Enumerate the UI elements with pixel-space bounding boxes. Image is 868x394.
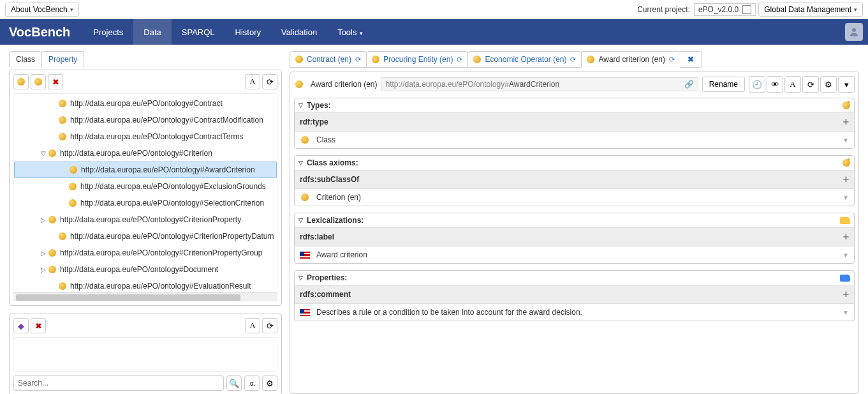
chevron-down-icon[interactable]: ▼ [842,194,849,201]
nav-validation[interactable]: Validation [271,19,327,45]
add-lex-icon[interactable] [840,217,850,224]
add-class-button[interactable] [13,74,29,89]
view-button[interactable]: 👁 [767,76,783,93]
search-button[interactable]: 🔍 [226,375,242,391]
class-icon [59,100,66,107]
add-axiom-icon[interactable] [842,159,850,167]
chevron-down-icon[interactable]: ▼ [842,252,849,259]
expand-icon[interactable]: ▷ [40,216,47,224]
tree-row[interactable]: http://data.europa.eu/ePO/ontology#Selec… [14,195,277,211]
tree-label: http://data.europa.eu/ePO/ontology#Contr… [70,132,244,141]
refresh-icon[interactable]: ⟳ [457,56,462,64]
collapse-icon[interactable]: ▽ [298,275,303,281]
search-input[interactable] [13,375,224,391]
collapse-icon[interactable]: ▽ [298,102,303,109]
delete-instance-button[interactable]: ✖ [31,318,46,333]
value-class[interactable]: Class▼ [295,132,854,148]
rename-button[interactable]: Rename [702,77,745,92]
expand-icon[interactable]: ▽ [40,150,47,157]
rtab-economic-operator[interactable]: Economic Operator (en)⟳ [467,51,582,68]
add-value-button[interactable]: + [843,174,849,185]
flag-en-icon [300,309,310,316]
class-icon [70,166,77,174]
current-project-box[interactable]: ePO_v2.0.0 [694,3,756,16]
refresh-button-3[interactable]: ⟳ [802,76,819,93]
tree-row[interactable]: http://data.europa.eu/ePO/ontology#Award… [14,162,277,178]
add-value-button[interactable]: + [843,116,849,128]
tree-row[interactable]: http://data.europa.eu/ePO/ontology#Crite… [14,228,277,245]
nav-data[interactable]: Data [133,19,171,45]
close-tab-button[interactable]: ✖ [680,51,702,68]
history-button[interactable]: 🕘 [749,76,765,93]
tree-row[interactable]: ▽http://data.europa.eu/ePO/ontology#Crit… [14,145,277,162]
expand-icon[interactable]: ▷ [40,266,47,273]
tree-row[interactable]: ▷http://data.europa.eu/ePO/ontology#Docu… [14,261,277,278]
tree-row[interactable]: ▷http://data.europa.eu/ePO/ontology#Crit… [14,245,277,261]
nav-tools[interactable]: Tools [327,19,372,45]
tree-label: http://data.europa.eu/ePO/ontology#Crite… [60,149,212,158]
tree-toolbar: ✖ A ⟳ [13,74,277,89]
rtab-procuring-entity[interactable]: Procuring Entity (en)⟳ [366,51,468,68]
tree-label: http://data.europa.eu/ePO/ontology#Crite… [60,248,263,257]
font-button-3[interactable]: A [784,76,801,93]
resource-tabs: Contract (en)⟳ Procuring Entity (en)⟳ Ec… [290,51,859,68]
tree-row[interactable]: ▷http://data.europa.eu/ePO/ontology#Crit… [14,211,277,228]
value-comment[interactable]: Describes a rule or a condition to be ta… [295,304,854,321]
refresh-icon[interactable]: ⟳ [355,56,361,64]
search-alpha-button[interactable]: .α. [244,375,260,391]
chevron-down-icon[interactable]: ▼ [842,137,849,144]
refresh-button-2[interactable]: ⟳ [262,318,277,333]
class-icon [69,183,77,190]
tree-row[interactable]: http://data.europa.eu/ePO/ontology#Evalu… [14,278,277,292]
refresh-button[interactable]: ⟳ [262,74,277,89]
tree-label: http://data.europa.eu/ePO/ontology#Contr… [70,116,263,125]
link-icon[interactable]: 🔗 [684,80,694,89]
add-instance-button[interactable]: ◆ [13,318,29,333]
search-settings-button[interactable]: ⚙ [262,375,277,391]
collapse-icon[interactable]: ▽ [298,160,303,166]
tree-horizontal-scrollbar[interactable] [13,292,277,301]
current-project-value: ePO_v2.0.0 [698,5,739,14]
refresh-icon[interactable]: ⟳ [669,56,675,64]
expand-icon[interactable]: ▷ [40,250,47,257]
tree-label: http://data.europa.eu/ePO/ontology#Selec… [80,199,264,208]
tree-scroll[interactable]: http://data.europa.eu/ePO/ontology#Contr… [13,93,277,292]
chevron-down-icon[interactable]: ▼ [842,309,849,316]
rtab-contract[interactable]: Contract (en)⟳ [290,51,367,68]
svg-point-0 [852,28,856,32]
about-dropdown[interactable]: About VocBench [5,3,79,17]
add-prop-icon[interactable] [840,275,850,282]
add-subclass-button[interactable] [31,74,46,89]
class-icon [48,216,56,224]
font-button[interactable]: A [245,74,260,89]
tab-class[interactable]: Class [9,51,42,67]
prop-subclassof: rdfs:subClassOf+ [295,170,854,189]
tree-row[interactable]: http://data.europa.eu/ePO/ontology#Contr… [14,112,277,128]
tree-row[interactable]: http://data.europa.eu/ePO/ontology#Exclu… [14,178,277,195]
tree-row[interactable]: http://data.europa.eu/ePO/ontology#Contr… [14,128,277,145]
collapse-icon[interactable]: ▽ [298,217,303,224]
tree-label: http://data.europa.eu/ePO/ontology#Crite… [70,232,274,241]
refresh-icon[interactable]: ⟳ [570,56,576,64]
nav-sparql[interactable]: SPARQL [172,19,225,45]
user-icon[interactable] [845,23,863,41]
settings-button[interactable]: ⚙ [820,76,837,93]
add-value-button[interactable]: + [843,231,849,243]
nav-history[interactable]: History [225,19,271,45]
instances-list [13,337,277,372]
value-label[interactable]: Award criterion▼ [295,246,854,263]
delete-class-button[interactable]: ✖ [48,74,63,89]
tree-row[interactable]: http://data.europa.eu/ePO/ontology#Contr… [14,95,277,112]
more-button[interactable]: ▾ [838,76,855,93]
value-criterion[interactable]: Criterion (en)▼ [295,189,854,206]
nav-projects[interactable]: Projects [83,19,133,45]
tab-property[interactable]: Property [41,51,84,67]
resource-uri: http://data.europa.eu/ePO/ontology#Award… [381,77,698,91]
global-data-mgmt-dropdown[interactable]: Global Data Management [758,3,863,17]
add-type-icon[interactable] [842,102,850,109]
add-value-button[interactable]: + [843,289,849,300]
font-button-2[interactable]: A [245,318,260,333]
instances-panel: ◆ ✖ A ⟳ 🔍 .α. ⚙ [9,314,282,394]
navbar: VocBench Projects Data SPARQL History Va… [0,19,868,45]
rtab-award-criterion[interactable]: Award criterion (en)⟳ [581,51,680,68]
